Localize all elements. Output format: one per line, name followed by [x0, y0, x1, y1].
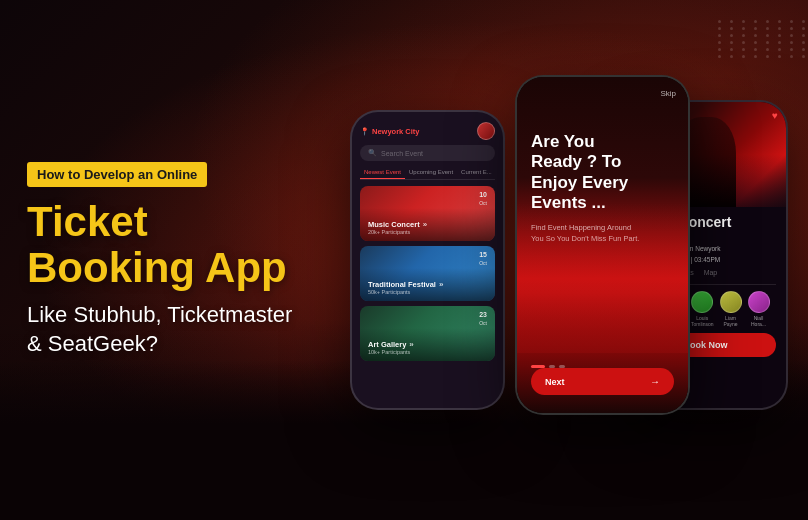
card-content-gallery: Art Gallery » 10k+ Participants [360, 306, 495, 361]
arrow-icon-festival: » [439, 280, 443, 289]
card-title-music: Music Concert » [368, 220, 487, 229]
artist-name-4: LiamPayne [723, 315, 737, 327]
header-tag: How to Develop an Online [27, 162, 207, 187]
card-participants-music: 20k+ Participants [368, 229, 487, 235]
phone-left-header: 📍 Newyork City [352, 112, 503, 145]
search-placeholder: Search Event [381, 150, 423, 157]
next-arrow-icon: → [650, 376, 660, 387]
location-pin-icon: 📍 [360, 127, 369, 136]
next-button[interactable]: Next → [531, 368, 674, 395]
card-title-gallery: Art Gallery » [368, 340, 487, 349]
arrow-icon: » [423, 220, 427, 229]
search-bar[interactable]: 🔍 Search Event [360, 145, 495, 161]
card-participants-gallery: 10k+ Participants [368, 349, 487, 355]
card-title-festival: Traditional Festival » [368, 280, 487, 289]
artist-item-4: LiamPayne [720, 291, 742, 327]
event-card-festival[interactable]: Traditional Festival » 50k+ Participants… [360, 246, 495, 301]
phone-center: Skip Are YouReady ? ToEnjoy EveryEvents … [515, 75, 690, 415]
artist-item-5: NiallHora... [748, 291, 770, 327]
next-button-label: Next [545, 377, 565, 387]
card-date-gallery: 23Oct [479, 311, 487, 328]
search-icon: 🔍 [368, 149, 377, 157]
main-title: Ticket Booking App [27, 199, 293, 291]
arrow-icon-gallery: » [409, 340, 413, 349]
artist-avatar-5 [748, 291, 770, 313]
user-avatar[interactable] [477, 122, 495, 140]
main-content: How to Develop an Online Ticket Booking … [0, 0, 808, 520]
artist-avatar-4 [720, 291, 742, 313]
event-tabs: Newest Event Upcoming Event Current E... [360, 166, 495, 180]
onboard-heading: Are YouReady ? ToEnjoy EveryEvents ... [531, 132, 674, 214]
skip-button[interactable]: Skip [660, 89, 676, 98]
card-content-festival: Traditional Festival » 50k+ Participants [360, 246, 495, 301]
tab-upcoming[interactable]: Upcoming Event [405, 166, 457, 179]
card-participants-festival: 50k+ Participants [368, 289, 487, 295]
artist-item-3: LouisTomlinson [691, 291, 714, 327]
artist-avatar-3 [691, 291, 713, 313]
crowd-bg [517, 203, 688, 353]
tab-current[interactable]: Current E... [457, 166, 496, 179]
subtitle: Like Stubhub, Ticketmaster& SeatGeek? [27, 301, 293, 358]
tab-newest[interactable]: Newest Event [360, 166, 405, 179]
card-date-music: 10Oct [479, 191, 487, 208]
phone-center-inner: Skip Are YouReady ? ToEnjoy EveryEvents … [517, 77, 688, 413]
event-card-music-concert[interactable]: Music Concert » 20k+ Participants 10Oct [360, 186, 495, 241]
location-label: 📍 Newyork City [360, 127, 420, 136]
left-text-area: How to Develop an Online Ticket Booking … [0, 132, 320, 389]
card-date-festival: 15Oct [479, 251, 487, 268]
favorite-button[interactable]: ♥ [772, 110, 778, 121]
phones-area: 📍 Newyork City 🔍 Search Event Newest Eve… [320, 0, 808, 520]
card-content-music: Music Concert » 20k+ Participants [360, 186, 495, 241]
tab-map[interactable]: Map [704, 269, 718, 280]
event-card-gallery[interactable]: Art Gallery » 10k+ Participants 23Oct [360, 306, 495, 361]
phone-left: 📍 Newyork City 🔍 Search Event Newest Eve… [350, 110, 505, 410]
artist-name-3: LouisTomlinson [691, 315, 714, 327]
artist-name-5: NiallHora... [751, 315, 766, 327]
